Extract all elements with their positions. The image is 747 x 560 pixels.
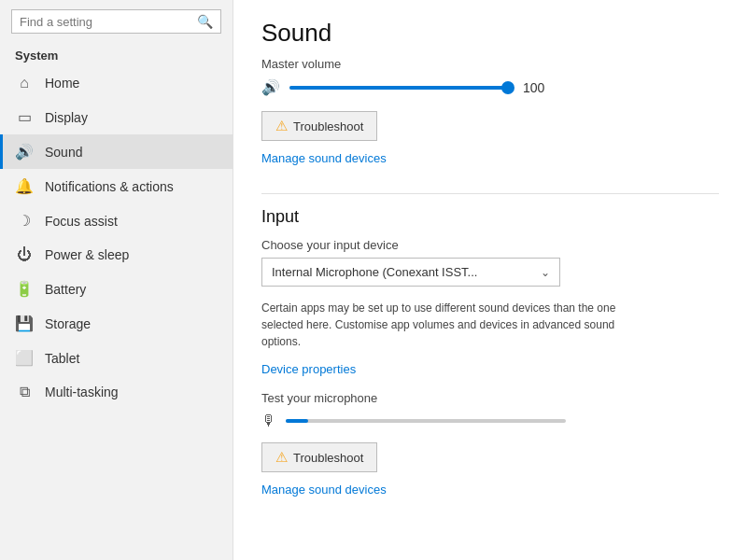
volume-slider-fill (289, 86, 514, 90)
sidebar-item-display[interactable]: ▭ Display (0, 100, 233, 134)
storage-icon: 💾 (15, 315, 34, 332)
master-volume-label: Master volume (261, 57, 719, 71)
sidebar-item-notifications[interactable]: 🔔 Notifications & actions (0, 169, 233, 203)
search-icon: 🔍 (197, 14, 213, 29)
troubleshoot-button-2[interactable]: ⚠ Troubleshoot (261, 442, 377, 472)
battery-icon: 🔋 (15, 280, 34, 298)
volume-icon: 🔊 (261, 78, 280, 96)
volume-slider[interactable] (289, 86, 514, 90)
sidebar-item-label: Notifications & actions (45, 179, 174, 194)
sidebar-item-label: Display (45, 110, 88, 125)
input-device-value: Internal Microphone (Conexant ISST... (272, 265, 477, 279)
troubleshoot-label: Troubleshoot (293, 119, 363, 133)
sidebar-item-battery[interactable]: 🔋 Battery (0, 272, 233, 306)
main-content: Sound Master volume 🔊 100 ⚠ Troubleshoot… (233, 0, 747, 560)
volume-row: 🔊 100 (261, 78, 719, 96)
sidebar-item-label: Sound (45, 145, 82, 160)
sidebar-item-focus[interactable]: ☽ Focus assist (0, 203, 233, 238)
mic-level-fill (286, 419, 308, 423)
chevron-down-icon: ⌄ (541, 266, 550, 279)
manage-sound-devices-link[interactable]: Manage sound devices (261, 151, 387, 165)
sidebar-item-home[interactable]: ⌂ Home (0, 66, 233, 100)
focus-icon: ☽ (15, 212, 34, 230)
mic-level-bar (286, 419, 566, 423)
display-icon: ▭ (15, 108, 34, 126)
sound-icon: 🔊 (15, 143, 34, 161)
warning-icon: ⚠ (275, 118, 288, 134)
mic-row: 🎙 (261, 413, 719, 429)
microphone-icon: 🎙 (261, 413, 276, 429)
sidebar-item-power[interactable]: ⏻ Power & sleep (0, 238, 233, 272)
sidebar-item-label: Storage (45, 316, 91, 331)
sidebar-item-label: Multi-tasking (45, 385, 119, 399)
tablet-icon: ⬜ (15, 349, 34, 367)
divider-1 (261, 193, 719, 194)
power-icon: ⏻ (15, 246, 34, 263)
input-title: Input (261, 207, 719, 227)
volume-value: 100 (523, 80, 551, 95)
sidebar-category: System (0, 43, 233, 66)
sidebar-item-tablet[interactable]: ⬜ Tablet (0, 341, 233, 375)
home-icon: ⌂ (15, 75, 34, 91)
search-box[interactable]: 🔍 (11, 9, 221, 34)
choose-input-label: Choose your input device (261, 238, 719, 252)
info-text: Certain apps may be set up to use differ… (261, 300, 635, 350)
multitasking-icon: ⧉ (15, 384, 34, 400)
notifications-icon: 🔔 (15, 177, 34, 195)
manage-sound-devices-link-2[interactable]: Manage sound devices (261, 483, 387, 497)
test-mic-label: Test your microphone (261, 391, 719, 405)
sidebar-item-label: Home (45, 76, 79, 91)
search-input[interactable] (20, 15, 197, 29)
device-properties-link[interactable]: Device properties (261, 362, 356, 376)
sidebar-item-label: Focus assist (45, 214, 118, 229)
input-device-dropdown[interactable]: Internal Microphone (Conexant ISST... ⌄ (261, 258, 560, 287)
troubleshoot-label-2: Troubleshoot (293, 451, 363, 465)
sidebar-item-label: Power & sleep (45, 247, 129, 262)
sidebar: 🔍 System ⌂ Home ▭ Display 🔊 Sound 🔔 Noti… (0, 0, 233, 560)
troubleshoot-button[interactable]: ⚠ Troubleshoot (261, 111, 377, 141)
sidebar-item-storage[interactable]: 💾 Storage (0, 306, 233, 341)
page-title: Sound (261, 19, 719, 48)
warning-icon-2: ⚠ (275, 449, 288, 466)
sidebar-item-label: Tablet (45, 351, 79, 366)
volume-slider-thumb (501, 81, 514, 94)
sidebar-item-sound[interactable]: 🔊 Sound (0, 134, 233, 169)
sidebar-item-multitasking[interactable]: ⧉ Multi-tasking (0, 375, 233, 409)
sidebar-item-label: Battery (45, 282, 86, 297)
